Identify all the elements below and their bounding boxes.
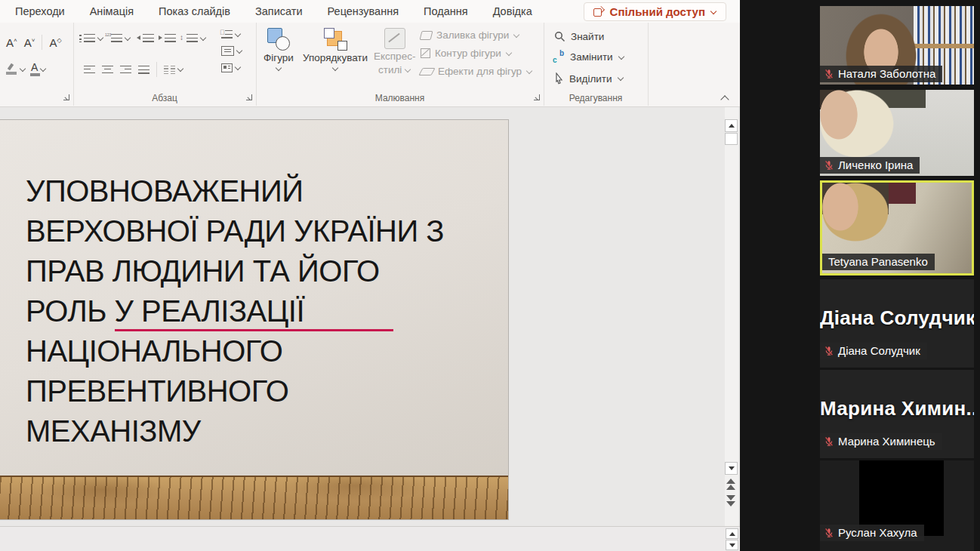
mic-muted-icon [824, 528, 834, 538]
next-slide-button[interactable] [726, 495, 735, 506]
underlined-text: У РЕАЛІЗАЦІЇ [115, 294, 393, 331]
quick-styles-label-line1: Експрес- [374, 51, 415, 63]
mic-muted-icon [824, 69, 834, 79]
chevron-down-icon [177, 66, 183, 72]
drawing-dialog-launcher[interactable] [533, 94, 540, 100]
clear-formatting-icon: A◇ [49, 37, 61, 48]
paragraph-dialog-launcher[interactable] [245, 94, 252, 100]
arrow-down-icon [729, 543, 735, 547]
chevron-down-icon [618, 75, 624, 82]
align-center-button[interactable] [102, 66, 113, 74]
notes-pane[interactable] [0, 526, 740, 551]
double-arrow-up-icon [726, 479, 735, 484]
screen: Переходи Анімація Показ слайдів Записати… [0, 0, 980, 551]
align-text-button[interactable] [221, 46, 242, 56]
bullets-button[interactable] [84, 34, 103, 42]
participant-big-name: Діана Солудчик [820, 306, 974, 330]
participant-big-name: Марина Химин... [820, 397, 974, 420]
line-spacing-button[interactable] [186, 34, 206, 42]
tab-review[interactable]: Рецензування [328, 5, 399, 17]
shrink-font-button[interactable]: A˅ [24, 37, 35, 48]
smartart-icon [221, 63, 233, 72]
line-spacing-icon [186, 34, 198, 42]
align-left-button[interactable] [84, 66, 95, 74]
title-line: ВЕРХОВНОЇ РАДИ УКРАЇНИ З [26, 211, 444, 251]
justify-button[interactable] [138, 66, 149, 74]
grow-font-icon: A˄ [6, 37, 17, 48]
align-center-icon [102, 66, 113, 74]
vertical-scrollbar[interactable] [725, 107, 738, 526]
font-dialog-launcher[interactable] [63, 94, 69, 100]
slide-title: УПОВНОВАЖЕНИЙ ВЕРХОВНОЇ РАДИ УКРАЇНИ З П… [26, 171, 444, 451]
arrange-button[interactable]: Упорядкувати [303, 28, 368, 72]
mic-muted-icon [824, 346, 834, 356]
scroll-down-button[interactable] [725, 462, 738, 475]
notes-scroll-down-button[interactable] [726, 540, 738, 550]
align-right-icon [120, 66, 131, 74]
shape-outline-button[interactable]: Контур фігури [421, 48, 532, 59]
ribbon: A˄ A˅ A◇ A [0, 23, 740, 107]
numbering-icon [111, 34, 122, 42]
align-text-icon [221, 46, 234, 56]
chevron-down-icon [276, 66, 282, 72]
find-label: Знайти [571, 31, 604, 42]
shape-effects-button[interactable]: Ефекти для фігур [421, 66, 532, 77]
powerpoint-window: Переходи Анімація Показ слайдів Записати… [0, 0, 740, 551]
participant-tile-diana-soludchyk[interactable]: Діана Солудчик Діана Солудчик [820, 279, 974, 368]
decrease-indent-icon [143, 34, 154, 42]
notes-scroll-up-button[interactable] [726, 528, 738, 539]
previous-slide-button[interactable] [726, 479, 735, 490]
replace-button[interactable]: Замінити [553, 51, 624, 63]
font-color-button[interactable]: A [31, 62, 46, 76]
grow-font-button[interactable]: A˄ [6, 37, 17, 48]
tab-slideshow[interactable]: Показ слайдів [159, 5, 230, 17]
participant-tile-ruslan-khakhula[interactable]: Руслан Хахула [820, 460, 974, 551]
double-arrow-up-icon [726, 485, 735, 490]
chevron-down-icon [332, 66, 338, 72]
shapes-button[interactable]: Фігури [263, 28, 294, 72]
slide-canvas[interactable]: УПОВНОВАЖЕНИЙ ВЕРХОВНОЇ РАДИ УКРАЇНИ З П… [0, 119, 509, 520]
tab-transitions[interactable]: Переходи [15, 5, 65, 17]
align-right-button[interactable] [120, 66, 131, 74]
scroll-up-button[interactable] [725, 119, 738, 132]
share-button[interactable]: Спільний доступ [584, 2, 726, 21]
participant-tile-lychenko-iryna[interactable]: Личенко Ірина [820, 90, 974, 176]
collapse-ribbon-button[interactable] [720, 94, 729, 102]
participant-tile-tetyana-panasenko-active-speaker[interactable]: Tetyana Panasenko [820, 180, 974, 276]
numbering-button[interactable] [111, 34, 131, 42]
tab-view[interactable]: Подання [424, 5, 468, 17]
decrease-indent-button[interactable] [143, 34, 154, 42]
tab-record[interactable]: Записати [255, 5, 303, 17]
slide-workspace: УПОВНОВАЖЕНИЙ ВЕРХОВНОЇ РАДИ УКРАЇНИ З П… [0, 107, 740, 526]
columns-button[interactable] [164, 66, 183, 74]
arrow-down-icon [729, 466, 735, 470]
shape-fill-button[interactable]: Заливка фігури [421, 29, 532, 41]
bullets-icon [84, 34, 95, 42]
drawing-group: Фігури Упорядкувати Експрес- стилі [256, 23, 544, 106]
text-direction-button[interactable] [221, 30, 241, 38]
ribbon-tab-bar: Переходи Анімація Показ слайдів Записати… [0, 0, 740, 23]
shape-outline-label: Контур фігури [435, 48, 501, 59]
chevron-down-icon [235, 32, 241, 38]
highlight-button[interactable] [6, 63, 26, 75]
find-button[interactable]: Знайти [554, 31, 604, 42]
editing-group: Знайти Замінити Виділити Редагування [544, 23, 649, 106]
mic-muted-icon [824, 436, 834, 447]
select-button[interactable]: Виділити [553, 72, 624, 85]
increase-indent-button[interactable] [165, 34, 176, 42]
clear-formatting-button[interactable]: A◇ [49, 37, 61, 48]
participant-tile-natalya-zabolotna[interactable]: Наталя Заболотна [820, 6, 974, 85]
tab-help[interactable]: Довідка [493, 5, 532, 17]
quick-styles-button[interactable]: Експрес- стилі [374, 28, 415, 76]
chevron-down-icon [40, 66, 46, 72]
scrollbar-thumb[interactable] [725, 133, 738, 145]
quick-styles-label-line2: стилі [378, 64, 402, 76]
chevron-down-icon [20, 66, 26, 72]
convert-smartart-button[interactable] [221, 63, 241, 72]
editing-group-label: Редагування [544, 93, 648, 103]
participant-tile-maryna-khymynets[interactable]: Марина Химин... Марина Химинець [820, 370, 974, 458]
tab-animations[interactable]: Анімація [90, 5, 134, 17]
chevron-down-icon [200, 35, 206, 42]
divider [156, 62, 157, 77]
chevron-down-icon [405, 67, 411, 73]
